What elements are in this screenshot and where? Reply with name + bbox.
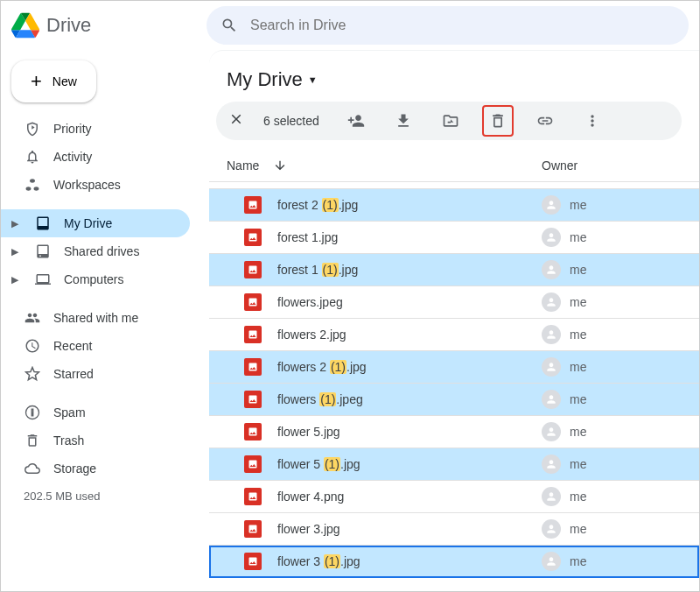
table-row[interactable]: forest 2 (1).jpgme: [209, 189, 699, 222]
avatar: [542, 228, 561, 247]
column-header-owner[interactable]: Owner: [542, 159, 682, 173]
column-owner-label: Owner: [542, 159, 578, 173]
owner-cell: me: [542, 487, 682, 506]
logo[interactable]: Drive: [11, 11, 200, 39]
chevron-right-icon: ▶: [11, 246, 22, 257]
main-content: My Drive ▼ 6 selected Name: [209, 50, 699, 591]
sidebar-item-shared-with-me[interactable]: Shared with me: [1, 304, 190, 332]
sidebar-item-label: Spam: [53, 405, 86, 419]
owner-cell: me: [542, 228, 682, 247]
table-row[interactable]: flower 5.jpgme: [209, 416, 699, 448]
file-name-cell: flower 5.jpg: [227, 423, 542, 440]
sidebar-item-label: Shared drives: [64, 244, 139, 258]
table-row[interactable]: flower 3.jpgme: [209, 513, 699, 546]
chevron-right-icon: ▶: [11, 218, 22, 229]
folder-move-icon: [442, 112, 459, 130]
file-name-cell: forest 1.jpg: [227, 229, 542, 246]
column-name-label: Name: [227, 159, 259, 173]
sidebar-item-priority[interactable]: Priority: [1, 115, 190, 143]
table-row[interactable]: flower 3 (1).jpgme: [209, 546, 699, 578]
file-name-cell: flower 3.jpg: [227, 520, 542, 538]
chevron-right-icon: ▶: [11, 274, 22, 285]
owner-cell: me: [542, 260, 682, 279]
avatar: [542, 292, 561, 312]
avatar: [542, 422, 561, 441]
computer-icon: [34, 271, 52, 288]
avatar: [542, 260, 561, 279]
more-actions-button[interactable]: [577, 105, 608, 137]
folder-title[interactable]: My Drive ▼: [209, 54, 699, 102]
table-row[interactable]: forest 1.jpgme: [209, 222, 699, 254]
sidebar-item-trash[interactable]: Trash: [1, 426, 190, 455]
owner-name: me: [570, 425, 586, 439]
sidebar-item-my-drive[interactable]: ▶ My Drive: [1, 209, 190, 237]
owner-name: me: [570, 522, 586, 536]
table-row[interactable]: flower 5 (1).jpgme: [209, 448, 699, 481]
sidebar-item-recent[interactable]: Recent: [1, 332, 190, 360]
image-file-icon: [244, 229, 262, 246]
search-bar[interactable]: [206, 6, 689, 45]
file-name: flower 5.jpg: [277, 425, 340, 439]
get-link-button[interactable]: [529, 105, 561, 137]
move-button[interactable]: [435, 105, 466, 137]
spam-icon: [24, 404, 41, 421]
avatar: [542, 390, 561, 409]
clock-icon: [24, 337, 41, 355]
sidebar-item-workspaces[interactable]: Workspaces: [1, 171, 190, 199]
owner-name: me: [570, 295, 586, 309]
file-name: forest 1 (1).jpg: [277, 263, 358, 277]
avatar: [542, 195, 561, 215]
sidebar-item-shared-drives[interactable]: ▶ Shared drives: [1, 237, 190, 265]
drive-folder-icon: [34, 215, 52, 232]
image-file-icon: [244, 520, 262, 538]
close-icon: [228, 111, 244, 127]
table-row[interactable]: flowers 2 (1).jpgme: [209, 351, 699, 384]
sidebar-item-spam[interactable]: Spam: [1, 398, 190, 426]
share-button[interactable]: [340, 105, 372, 137]
file-name: flower 3 (1).jpg: [277, 554, 360, 568]
column-header-name[interactable]: Name: [227, 159, 542, 173]
clear-selection-button[interactable]: [225, 108, 248, 134]
table-row[interactable]: flower 4.pngme: [209, 481, 699, 513]
sidebar-item-starred[interactable]: Starred: [1, 360, 190, 388]
image-file-icon: [244, 488, 262, 505]
file-name-cell: forest 2 (1).jpg: [227, 196, 542, 214]
sidebar-item-computers[interactable]: ▶ Computers: [1, 265, 190, 293]
owner-name: me: [570, 198, 586, 212]
table-row[interactable]: forest 1 (1).jpgme: [209, 254, 699, 286]
search-input[interactable]: [250, 18, 675, 33]
more-vert-icon: [584, 112, 601, 130]
drive-logo-icon: [11, 11, 39, 39]
file-name-cell: flowers 2 (1).jpg: [227, 358, 542, 376]
sidebar-item-label: Starred: [53, 367, 94, 381]
table-row[interactable]: flowers (1).jpegme: [209, 384, 699, 416]
header: Drive: [1, 1, 699, 50]
sidebar-item-storage[interactable]: Storage: [1, 455, 190, 483]
table-row[interactable]: flowers 2.jpgme: [209, 319, 699, 351]
table-row[interactable]: flowers.jpegme: [209, 286, 699, 319]
file-name: flowers 2.jpg: [277, 328, 346, 342]
sidebar-item-activity[interactable]: Activity: [1, 143, 190, 171]
file-name-cell: flowers (1).jpeg: [227, 391, 542, 408]
owner-cell: me: [542, 195, 682, 215]
file-name: flower 5 (1).jpg: [277, 457, 360, 471]
workspaces-icon: [24, 176, 41, 194]
sidebar-item-label: Activity: [53, 150, 92, 164]
selection-count: 6 selected: [263, 114, 319, 128]
owner-cell: me: [542, 390, 682, 409]
image-file-icon: [244, 455, 262, 473]
owner-name: me: [570, 554, 586, 568]
search-icon: [220, 17, 238, 34]
star-icon: [24, 365, 41, 383]
avatar: [542, 487, 561, 506]
delete-button[interactable]: [482, 105, 514, 137]
new-button[interactable]: + New: [11, 60, 96, 102]
owner-cell: me: [542, 292, 682, 312]
image-file-icon: [244, 196, 262, 214]
trash-icon: [24, 432, 41, 449]
avatar: [542, 357, 561, 377]
owner-cell: me: [542, 325, 682, 344]
owner-name: me: [570, 490, 586, 504]
download-button[interactable]: [388, 105, 419, 137]
file-name-cell: flower 3 (1).jpg: [227, 553, 542, 570]
